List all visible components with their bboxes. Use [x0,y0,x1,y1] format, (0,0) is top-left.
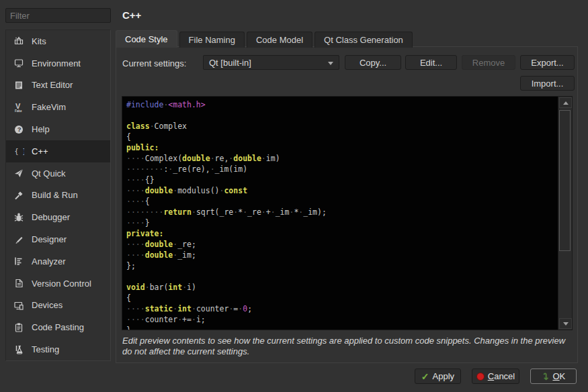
settings-category-list: Kits Environment Text Editor VFake FakeV… [5,30,111,361]
svg-text:{ }: { } [14,148,24,155]
sidebar-item-label: FakeVim [32,102,66,112]
code-style-select[interactable]: Qt [built-in] [203,55,339,70]
sidebar-item-label: Version Control [32,279,91,289]
scroll-up-button[interactable] [559,97,572,108]
tab-qt-class-generation[interactable]: Qt Class Generation [314,32,413,48]
export-button[interactable]: Export... [520,55,575,70]
filter-input[interactable] [5,8,111,23]
code-lines[interactable]: #include·<math.h> class·Complex{public:·… [122,97,558,330]
sidebar-item-label: Kits [32,36,46,46]
sidebar-item-analyzer[interactable]: Analyzer [6,250,110,273]
pencil-icon [13,234,24,245]
sidebar-item-label: Debugger [32,212,70,222]
code-style-select-value: Qt [built-in] [209,58,251,68]
tab-code-model[interactable]: Code Model [247,32,312,48]
edit-button[interactable]: Edit... [405,55,457,70]
ok-button[interactable]: ↩ OK [530,369,577,384]
question-circle-icon: ? [13,124,24,135]
hammer-icon [13,190,24,201]
preview-hint-text: Edit preview contents to see how the cur… [122,336,574,357]
devices-icon [13,300,24,311]
vertical-scrollbar[interactable] [558,97,572,330]
svg-text:?: ? [17,126,21,133]
sidebar-item-designer[interactable]: Designer [6,228,110,250]
sidebar-item-label: Help [32,124,50,134]
cancel-button[interactable]: Cancel [472,369,519,384]
vim-icon: VFake [13,102,24,113]
sidebar-item-label: Qt Quick [32,168,66,179]
sidebar-item-label: Code Pasting [32,322,84,332]
sidebar-item-label: Testing [32,344,59,354]
sidebar-item-label: Environment [32,58,81,68]
scroll-down-button[interactable] [559,318,572,329]
sidebar-item-kits[interactable]: Kits [6,30,110,52]
import-button[interactable]: Import... [520,76,575,91]
apply-button-label: Apply [433,371,455,381]
sidebar-item-testing[interactable]: Testing [6,338,110,360]
sidebar-item-code-pasting[interactable]: Code Pasting [6,316,110,338]
sidebar-item-fakevim[interactable]: VFake FakeVim [6,96,110,118]
copy-button[interactable]: Copy... [345,55,401,70]
document-lines-icon [13,80,24,91]
sidebar-item-text-editor[interactable]: Text Editor [6,75,110,97]
chevron-down-icon [328,62,333,65]
sidebar-item-cpp[interactable]: { } C++ [6,140,110,162]
sidebar-item-label: Designer [32,234,67,244]
sidebar-item-build-run[interactable]: Build & Run [6,185,110,207]
checkmark-icon: ✓ [421,372,429,381]
ok-button-label: OK [552,371,565,381]
page-title: C++ [122,9,141,21]
tab-code-style[interactable]: Code Style [116,30,177,48]
sidebar-item-help[interactable]: ? Help [6,118,110,140]
current-settings-label: Current settings: [122,58,186,68]
toolbox-icon [13,36,24,46]
sidebar-item-qt-quick[interactable]: Qt Quick [6,162,110,185]
scrollbar-thumb[interactable] [559,110,571,251]
triangle-down-icon [563,322,569,326]
page-icon [13,278,24,289]
apply-button[interactable]: ✓ Apply [415,369,461,384]
sidebar-item-version-control[interactable]: Version Control [6,273,110,295]
tab-file-naming[interactable]: File Naming [179,32,245,48]
monitor-icon [13,58,24,68]
red-stop-icon [476,373,485,381]
sidebar-item-debugger[interactable]: Debugger [6,206,110,228]
code-preview-editor[interactable]: #include·<math.h> class·Complex{public:·… [122,96,573,330]
sidebar-item-label: Text Editor [32,80,73,90]
tab-bar: Code Style File Naming Code Model Qt Cla… [116,30,415,48]
clipboard-icon [13,322,24,333]
triangle-up-icon [563,101,569,105]
green-arrow-icon: ↩ [541,373,550,381]
sidebar-item-label: C++ [32,146,48,156]
sidebar-item-environment[interactable]: Environment [6,52,110,75]
sidebar-item-label: Devices [32,300,62,310]
svg-text:Fake: Fake [15,109,22,113]
remove-button: Remove [462,55,515,70]
cancel-button-label: Cancel [488,371,515,381]
sidebar-item-devices[interactable]: Devices [6,295,110,317]
bug-icon [13,212,24,223]
bar-list-icon [13,256,24,266]
flask-icon [13,344,24,355]
braces-icon: { } [13,146,24,156]
paper-plane-icon [13,168,24,179]
sidebar-item-label: Analyzer [32,256,66,266]
sidebar-item-label: Build & Run [32,190,78,200]
